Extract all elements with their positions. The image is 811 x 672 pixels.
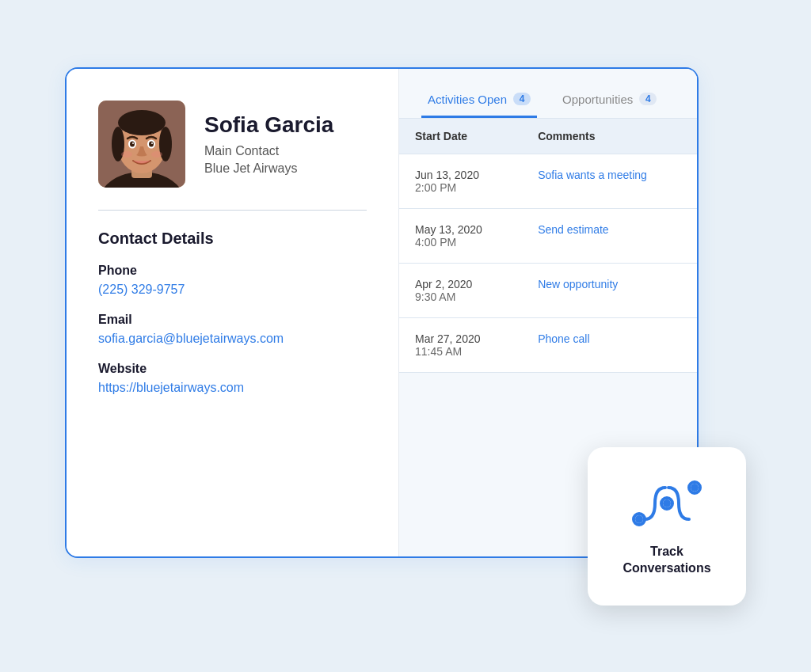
table-row: Apr 2, 2020 9:30 AM New opportunity bbox=[399, 263, 697, 317]
contact-details-title: Contact Details bbox=[98, 230, 367, 248]
date-line: Apr 2, 2020 bbox=[415, 278, 506, 290]
divider bbox=[98, 210, 367, 211]
activities-table: Start Date Comments Jun 13, 2020 2:00 PM… bbox=[399, 119, 697, 373]
track-conversations-label: TrackConversations bbox=[623, 544, 710, 577]
scene: Sofia Garcia Main Contact Blue Jet Airwa… bbox=[49, 51, 762, 621]
date-line: Jun 13, 2020 bbox=[415, 169, 506, 181]
tab-opportunities[interactable]: Opportunities 4 bbox=[556, 85, 663, 118]
svg-point-10 bbox=[149, 141, 154, 146]
time-line: 11:45 AM bbox=[415, 345, 506, 358]
tab-activities-badge: 4 bbox=[513, 93, 531, 105]
avatar bbox=[98, 101, 185, 188]
contact-header: Sofia Garcia Main Contact Blue Jet Airwa… bbox=[98, 101, 367, 188]
tab-opportunities-badge: 4 bbox=[639, 93, 657, 105]
comment-link[interactable]: New opportunity bbox=[538, 278, 618, 290]
comment-link[interactable]: Phone call bbox=[538, 332, 589, 345]
date-cell: May 13, 2020 4:00 PM bbox=[399, 208, 522, 263]
date-cell: Jun 13, 2020 2:00 PM bbox=[399, 154, 522, 208]
date-cell: Mar 27, 2020 11:45 AM bbox=[399, 317, 522, 372]
website-label: Website bbox=[98, 362, 367, 376]
tabs-bar: Activities Open 4 Opportunities 4 bbox=[399, 69, 697, 119]
contact-name: Sofia Garcia bbox=[204, 112, 333, 139]
svg-point-13 bbox=[121, 151, 132, 158]
svg-point-19 bbox=[663, 499, 671, 507]
table-row: May 13, 2020 4:00 PM Send estimate bbox=[399, 208, 697, 263]
time-line: 9:30 AM bbox=[415, 290, 506, 303]
svg-point-9 bbox=[130, 141, 135, 146]
left-panel: Sofia Garcia Main Contact Blue Jet Airwa… bbox=[67, 69, 399, 556]
date-cell: Apr 2, 2020 9:30 AM bbox=[399, 263, 522, 317]
svg-point-18 bbox=[635, 515, 643, 523]
col-start-date: Start Date bbox=[399, 119, 522, 154]
comment-cell: Send estimate bbox=[522, 208, 697, 263]
svg-point-14 bbox=[151, 151, 162, 158]
comment-link[interactable]: Send estimate bbox=[538, 223, 609, 236]
email-value[interactable]: sofia.garcia@bluejetairways.com bbox=[98, 332, 367, 346]
time-line: 4:00 PM bbox=[415, 236, 506, 249]
table-row: Jun 13, 2020 2:00 PM Sofia wants a meeti… bbox=[399, 154, 697, 208]
svg-point-11 bbox=[132, 142, 134, 144]
phone-label: Phone bbox=[98, 264, 367, 278]
time-line: 2:00 PM bbox=[415, 181, 506, 194]
track-conversations-icon bbox=[631, 476, 702, 531]
contact-company: Blue Jet Airways bbox=[204, 161, 333, 176]
date-line: Mar 27, 2020 bbox=[415, 332, 506, 345]
date-line: May 13, 2020 bbox=[415, 223, 506, 236]
svg-point-4 bbox=[118, 110, 166, 135]
comment-cell: Phone call bbox=[522, 317, 697, 372]
svg-point-12 bbox=[151, 142, 153, 144]
contact-role: Main Contact bbox=[204, 144, 333, 158]
comment-cell: New opportunity bbox=[522, 263, 697, 317]
tab-activities-label: Activities Open bbox=[428, 93, 507, 106]
col-comments: Comments bbox=[522, 119, 697, 154]
email-label: Email bbox=[98, 313, 367, 327]
comment-cell: Sofia wants a meeting bbox=[522, 154, 697, 208]
tab-opportunities-label: Opportunities bbox=[562, 93, 633, 106]
table-row: Mar 27, 2020 11:45 AM Phone call bbox=[399, 317, 697, 372]
track-conversations-card[interactable]: TrackConversations bbox=[588, 447, 746, 606]
phone-value[interactable]: (225) 329-9757 bbox=[98, 283, 367, 297]
tab-activities[interactable]: Activities Open 4 bbox=[421, 85, 537, 118]
website-value[interactable]: https://bluejetairways.com bbox=[98, 381, 367, 395]
comment-link[interactable]: Sofia wants a meeting bbox=[538, 169, 647, 181]
svg-point-20 bbox=[691, 484, 699, 492]
contact-name-block: Sofia Garcia Main Contact Blue Jet Airwa… bbox=[204, 112, 333, 177]
